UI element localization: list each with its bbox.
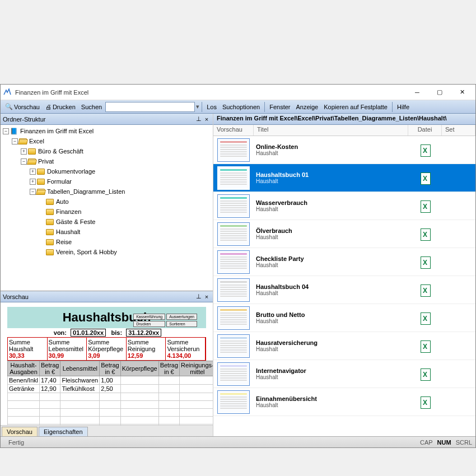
- item-title: Einnahmenübersicht: [256, 395, 406, 402]
- item-title-block: Internetnavigator Haushalt: [254, 367, 408, 380]
- item-title: Haushaltsbuch 04: [256, 283, 406, 290]
- anzeige-button[interactable]: Anzeige: [293, 102, 320, 111]
- item-subtitle: Haushalt: [256, 290, 406, 296]
- tree-finanzen[interactable]: Finanzen: [2, 207, 212, 217]
- app-window: Finanzen im Griff mit Excel ─ ▢ ✕ 🔍Vorsc…: [0, 84, 476, 448]
- item-title-block: Ölverbrauch Haushalt: [254, 227, 408, 240]
- tab-vorschau[interactable]: Vorschau: [2, 427, 38, 436]
- tree-gaeste[interactable]: Gäste & Feste: [2, 217, 212, 227]
- file-list[interactable]: Online-Kosten Haushalt Haushaltsbuch 01 …: [213, 136, 475, 436]
- excel-icon: [418, 283, 432, 297]
- list-item[interactable]: Checkliste Party Haushalt: [213, 248, 475, 276]
- window-title: Finanzen im Griff mit Excel: [15, 89, 406, 96]
- tree-dokumentvorlage[interactable]: +Dokumentvorlage: [2, 166, 212, 176]
- suchoptionen-button[interactable]: Suchoptionen: [220, 102, 262, 111]
- excel-icon: [418, 227, 432, 241]
- item-subtitle: Haushalt: [256, 262, 406, 268]
- file-type-icon: [408, 367, 442, 381]
- tab-eigenschaften[interactable]: Eigenschaften: [39, 427, 88, 436]
- item-subtitle: Haushalt: [256, 206, 406, 212]
- file-type-icon: [408, 171, 442, 185]
- tree-tabellen[interactable]: −Tabellen_Diagramme_Listen: [2, 186, 212, 197]
- tree-verein[interactable]: Verein, Sport & Hobby: [2, 247, 212, 257]
- pin-icon[interactable]: ⊥: [195, 115, 203, 123]
- app-icon: [3, 88, 12, 97]
- file-type-icon: [408, 283, 442, 297]
- search-dropdown-icon[interactable]: ▾: [196, 103, 199, 110]
- file-type-icon: [408, 311, 442, 325]
- item-title-block: Haushaltsbuch 01 Haushalt: [254, 171, 408, 184]
- col-titel[interactable]: Titel: [254, 125, 408, 136]
- file-type-icon: [408, 143, 442, 157]
- list-item[interactable]: Internetnavigator Haushalt: [213, 360, 475, 388]
- item-title-block: Haushaltsbuch 04 Haushalt: [254, 283, 408, 296]
- minimize-button[interactable]: ─: [406, 85, 428, 100]
- status-num: NUM: [437, 439, 451, 446]
- excel-icon: [418, 171, 432, 185]
- tree-haushalt[interactable]: Haushalt: [2, 227, 212, 237]
- item-title-block: Checkliste Party Haushalt: [254, 255, 408, 268]
- file-type-icon: [408, 339, 442, 353]
- thumbnail: [217, 334, 250, 358]
- thumbnail: [217, 222, 250, 246]
- file-type-icon: [408, 199, 442, 213]
- tree-auto[interactable]: Auto: [2, 197, 212, 207]
- item-title-block: Hausratversicherung Haushalt: [254, 339, 408, 352]
- col-vorschau[interactable]: Vorschau: [213, 125, 254, 136]
- item-title: Internetnavigator: [256, 367, 406, 374]
- search-input[interactable]: [105, 102, 195, 112]
- suchen-label: Suchen: [79, 102, 104, 111]
- list-item[interactable]: Haushaltsbuch 04 Haushalt: [213, 276, 475, 304]
- item-title: Checkliste Party: [256, 255, 406, 262]
- tree-reise[interactable]: Reise: [2, 237, 212, 247]
- close-button[interactable]: ✕: [451, 85, 473, 100]
- excel-icon: [418, 255, 432, 269]
- item-title: Ölverbrauch: [256, 227, 406, 234]
- kopieren-button[interactable]: Kopieren auf Festplatte: [321, 102, 390, 111]
- file-type-icon: [408, 227, 442, 241]
- list-item[interactable]: Hausratversicherung Haushalt: [213, 332, 475, 360]
- thumbnail: [217, 166, 250, 190]
- statusbar: Fertig CAP NUM SCRL: [1, 436, 475, 447]
- item-subtitle: Haushalt: [256, 178, 406, 184]
- col-set[interactable]: Set: [442, 125, 475, 136]
- item-subtitle: Haushalt: [256, 346, 406, 352]
- maximize-button[interactable]: ▢: [428, 85, 451, 100]
- thumbnail: [217, 390, 250, 414]
- hilfe-button[interactable]: Hilfe: [395, 102, 412, 111]
- tree-buero[interactable]: +Büro & Geschäft: [2, 146, 212, 156]
- status-scrl: SCRL: [456, 439, 472, 446]
- status-cap: CAP: [420, 439, 433, 446]
- list-item[interactable]: Brutto und Netto Haushalt: [213, 304, 475, 332]
- thumbnail: [217, 138, 250, 162]
- doc-buttons: KassenführungAuswertungen DruckenSortier…: [133, 314, 197, 327]
- list-item[interactable]: Haushaltsbuch 01 Haushalt: [213, 164, 475, 192]
- doc-dates: von:01.01.20xx bis:31.12.20xx: [7, 328, 206, 337]
- pin-icon[interactable]: ⊥: [195, 293, 203, 300]
- tree-privat[interactable]: −Privat: [2, 156, 212, 166]
- list-item[interactable]: Wasserverbrauch Haushalt: [213, 192, 475, 220]
- item-title: Brutto und Netto: [256, 311, 406, 318]
- item-subtitle: Haushalt: [256, 234, 406, 240]
- list-item[interactable]: Einnahmenübersicht Haushalt: [213, 388, 475, 416]
- toolbar: 🔍Vorschau 🖨Drucken Suchen ▾ Los Suchopti…: [1, 100, 475, 114]
- drucken-button[interactable]: 🖨Drucken: [43, 102, 78, 111]
- close-panel-icon[interactable]: ×: [203, 116, 211, 123]
- fenster-button[interactable]: Fenster: [267, 102, 292, 111]
- item-title: Wasserverbrauch: [256, 199, 406, 206]
- col-datei[interactable]: Datei: [408, 125, 442, 136]
- item-title: Haushaltsbuch 01: [256, 171, 406, 178]
- list-item[interactable]: Online-Kosten Haushalt: [213, 136, 475, 164]
- tree-excel[interactable]: −Excel: [2, 136, 212, 146]
- folder-tree[interactable]: −📘Finanzen im Griff mit Excel −Excel +Bü…: [1, 125, 213, 291]
- close-panel-icon[interactable]: ×: [203, 293, 211, 300]
- titlebar: Finanzen im Griff mit Excel ─ ▢ ✕: [1, 85, 475, 100]
- item-title: Hausratversicherung: [256, 339, 406, 346]
- tree-formular[interactable]: +Formular: [2, 176, 212, 186]
- thumbnail: [217, 278, 250, 302]
- excel-icon: [418, 311, 432, 325]
- los-button[interactable]: Los: [204, 102, 219, 111]
- tree-root[interactable]: −📘Finanzen im Griff mit Excel: [2, 126, 212, 136]
- vorschau-button[interactable]: 🔍Vorschau: [3, 102, 42, 111]
- list-item[interactable]: Ölverbrauch Haushalt: [213, 220, 475, 248]
